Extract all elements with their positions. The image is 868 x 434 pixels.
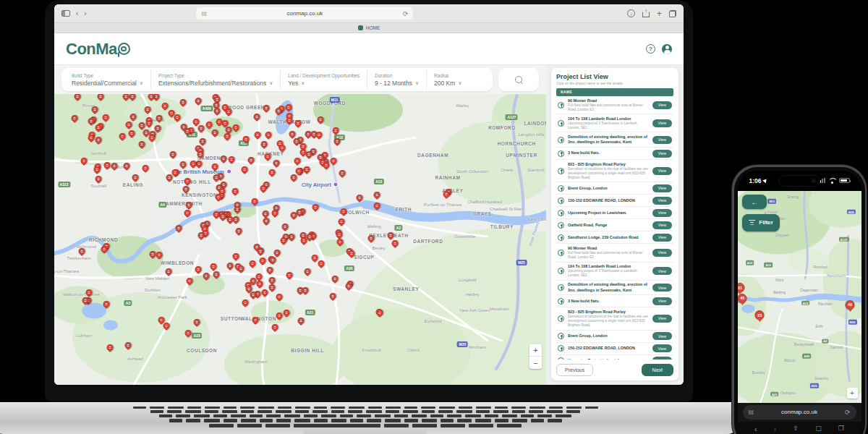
table-row[interactable]: Brent Group, LondonView — [556, 331, 673, 343]
zoom-in-button[interactable]: + — [529, 344, 542, 357]
favicon — [358, 25, 363, 30]
view-button[interactable]: View — [652, 297, 672, 305]
table-row[interactable]: Oatfield Road, PengeView — [556, 219, 673, 231]
table-row[interactable]: 823 - 825 Brighton Road PurleyDemolition… — [556, 160, 673, 182]
refresh-icon[interactable]: ⟳ — [403, 10, 409, 17]
help-icon[interactable]: ? — [646, 44, 655, 54]
phone-tabs-icon[interactable]: ❐ — [838, 425, 844, 432]
keyboard-key — [459, 407, 472, 409]
filter-funnel-icon — [749, 220, 755, 226]
zoom-out-button[interactable]: − — [529, 357, 542, 369]
project-text: 3 New build flats. — [568, 150, 649, 156]
project-text: 104 To 108 Lambeth Road LondonUpcoming p… — [568, 116, 649, 130]
view-button[interactable]: View — [652, 332, 672, 340]
phone-back-nav-icon[interactable]: ‹ — [754, 425, 757, 433]
next-button[interactable]: Next — [642, 364, 673, 376]
keyboard-key — [205, 410, 218, 413]
table-row[interactable]: Demolition of existing dwelling, erectio… — [556, 132, 673, 148]
phone-cluster-pin[interactable]: 49 — [846, 300, 855, 310]
project-text: 3 New build flats. — [568, 299, 649, 304]
view-button[interactable]: View — [652, 167, 672, 175]
map-canvas[interactable]: PinnerHarrowWOOD GREENWALTHAMSTOWWOODFOR… — [54, 94, 546, 385]
filter-project-type[interactable]: Project TypeExtensions/Refurbishment/Res… — [151, 70, 281, 89]
phone-zoom-in-button[interactable]: + — [847, 388, 858, 399]
table-row[interactable]: Demolition of existing dwelling, erectio… — [556, 281, 673, 296]
tab-overview-icon[interactable] — [669, 10, 676, 17]
table-row[interactable]: 90 Monier RoadFull New build flats and c… — [556, 96, 673, 114]
phone-cluster-pin[interactable]: 45 — [738, 294, 747, 303]
phone-back-button[interactable]: ← — [742, 195, 767, 209]
view-button[interactable]: View — [652, 150, 672, 158]
download-icon[interactable]: ↓ — [627, 9, 635, 17]
filter-radius[interactable]: Radius200 Km∨ — [427, 70, 469, 89]
keyboard-key — [237, 424, 262, 427]
keyboard-key — [348, 410, 362, 413]
keyboard-key — [194, 414, 210, 417]
view-button[interactable]: View — [652, 249, 672, 257]
view-button[interactable]: View — [652, 267, 672, 275]
filter-build-type[interactable]: Build TypeResidential/Commercial∨ — [64, 70, 151, 89]
back-chevron-icon[interactable]: ‹ — [76, 10, 78, 17]
sidebar-toggle-icon[interactable] — [61, 10, 70, 17]
phone-filter-button[interactable]: Filter — [742, 214, 780, 231]
table-row[interactable]: 104 To 108 Lambeth Road LondonUpcoming p… — [556, 114, 673, 132]
phone-refresh-icon[interactable]: ⟳ — [845, 409, 851, 416]
view-button[interactable]: View — [652, 101, 672, 109]
keyboard-key — [276, 419, 291, 422]
new-tab-icon[interactable]: + — [657, 9, 662, 18]
address-bar[interactable]: ▤ conmap.co.uk ⟳ — [196, 7, 413, 20]
table-row[interactable]: 150-152 EDGWARE ROAD, LONDONView — [556, 343, 673, 355]
table-row[interactable]: 823 - 825 Brighton Road PurleyDemolition… — [556, 307, 673, 330]
table-row[interactable]: 104 To 108 Lambeth Road LondonUpcoming p… — [556, 263, 673, 281]
keyboard-key — [314, 407, 327, 409]
forward-chevron-icon[interactable]: › — [84, 10, 86, 17]
table-row[interactable]: 150-152 EDGWARE ROAD, LONDONView — [556, 195, 673, 207]
view-button[interactable]: View — [652, 284, 672, 292]
phone-map-canvas[interactable]: Eppingg ForestLoughtonChigwellRomfordHor… — [738, 191, 861, 403]
keyboard-key — [222, 410, 237, 413]
table-row[interactable]: Upcoming Project in Lewisham.View — [556, 207, 673, 219]
chevron-down-icon: ∨ — [269, 80, 273, 86]
search-button[interactable] — [498, 68, 539, 91]
view-button[interactable]: View — [652, 344, 672, 352]
filter-land-development-opportunities[interactable]: Land / Development OpportunitiesYes∨ — [281, 70, 367, 89]
project-title: 104 To 108 Lambeth Road London — [568, 264, 649, 269]
filter-card: Build TypeResidential/Commercial∨Project… — [61, 68, 493, 91]
keyboard-key — [294, 419, 310, 422]
table-row[interactable]: 3 New build flats.View — [556, 295, 673, 307]
filter-label: Project Type — [158, 73, 273, 78]
phone-share-icon[interactable]: ⇧ — [793, 425, 799, 432]
conmap-logo[interactable]: ConMa — [66, 40, 130, 59]
project-text: 823 - 825 Brighton Road PurleyDemolition… — [568, 310, 649, 328]
table-row[interactable]: 90 Monier RoadFull New build flats and c… — [556, 244, 673, 262]
view-button[interactable]: View — [652, 197, 672, 205]
view-button[interactable]: View — [652, 315, 672, 323]
laptop-trackpad-notch — [304, 430, 427, 434]
tab-home[interactable]: HOME — [366, 25, 380, 30]
table-row[interactable]: Brent Group, LondonView — [556, 182, 673, 195]
profile-icon[interactable] — [662, 44, 672, 54]
project-pin-icon — [558, 120, 564, 127]
table-row[interactable]: Sandhurst Lodge, 239 Coulsdon RoadView — [556, 231, 673, 244]
view-button[interactable]: View — [652, 221, 672, 229]
view-button[interactable]: View — [652, 136, 672, 144]
share-icon[interactable] — [642, 9, 650, 17]
phone-bookmarks-icon[interactable]: ▢ — [815, 425, 822, 432]
view-button[interactable]: View — [652, 209, 672, 217]
laptop-base — [0, 402, 739, 434]
view-button[interactable]: View — [652, 184, 672, 192]
keyboard-key — [209, 424, 234, 427]
phone-forward-nav-icon[interactable]: › — [774, 425, 777, 433]
phone-address-bar[interactable]: ▤ conmap.co.uk ⟳ — [743, 405, 856, 420]
phone-cluster-pin[interactable]: 23 — [755, 310, 765, 320]
view-button[interactable]: View — [652, 234, 672, 242]
keyboard-key — [357, 414, 371, 417]
chevron-down-icon: ∨ — [458, 80, 461, 86]
keyboard-key — [241, 419, 256, 422]
table-row[interactable]: 3 New build flats.View — [556, 148, 673, 160]
project-pin-icon — [558, 268, 564, 274]
keyboard-key — [375, 414, 391, 417]
filter-duration[interactable]: Duration9 - 12 Months∨ — [367, 70, 427, 89]
view-button[interactable]: View — [652, 119, 672, 127]
previous-button[interactable]: Previous — [556, 364, 593, 376]
